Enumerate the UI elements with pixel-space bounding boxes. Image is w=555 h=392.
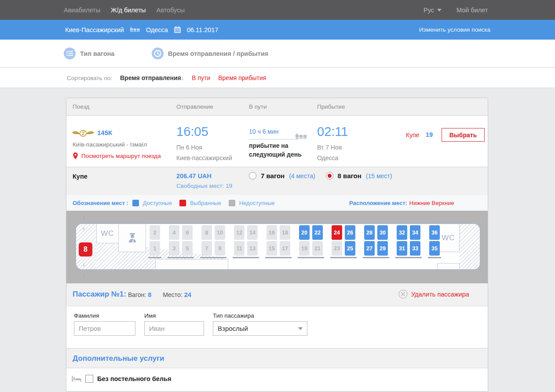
map-pin-icon: [73, 152, 78, 160]
seat-19: 19: [299, 241, 310, 256]
next-day-note: прибытие на следующий день: [249, 141, 302, 159]
berth-line: [330, 257, 343, 258]
berth-line: [343, 257, 357, 258]
berth-line: [233, 257, 246, 258]
seat-column-13: 2625: [345, 225, 355, 258]
no-bedding-label[interactable]: Без постельного белья: [97, 375, 171, 382]
trip-duration: 10 ч 6 мин: [249, 128, 298, 139]
last-name-label: Фамилия: [74, 312, 99, 319]
seat-7: 7: [201, 241, 212, 256]
sort-by-duration[interactable]: В пути: [192, 74, 210, 81]
berth-line: [298, 257, 311, 258]
seat-column-14: 2827: [364, 225, 375, 258]
my-ticket-link[interactable]: Мой билет: [456, 0, 488, 20]
passenger-form: Фамилия Имя Тип пассажира Взрослый: [66, 306, 488, 348]
language-selector[interactable]: Рус: [424, 0, 442, 20]
sort-by-arrival[interactable]: Время прибытия: [218, 74, 266, 81]
seat-20[interactable]: 20: [299, 225, 310, 240]
seat-column-12: 2423: [332, 225, 342, 258]
seat-32[interactable]: 32: [397, 225, 407, 240]
seat-35[interactable]: 35: [429, 241, 440, 256]
list-icon: [64, 48, 76, 59]
passenger-header: Пассажир №1: Вагон: 8 Место: 24 Удалить …: [66, 283, 488, 306]
seat-column-18: 3635: [429, 225, 440, 258]
seat-column-9: 1817: [280, 225, 290, 258]
arrival-date: Вт 7 Ноя: [317, 144, 342, 151]
seat-3: 3: [169, 241, 179, 256]
seat-27[interactable]: 27: [364, 241, 375, 256]
filter-wagon-type-label: Тип вагона: [80, 50, 114, 57]
seat-column-2: 43: [169, 225, 179, 258]
train-silhouette-icon: [295, 133, 307, 141]
wagon-7-label[interactable]: 7 вагон: [261, 172, 285, 180]
conductor-icon: [128, 233, 137, 243]
passenger-seat-value: 24: [184, 291, 191, 298]
wagon-choice: 7 вагон (4 места) 8 вагон (15 мест): [249, 172, 398, 180]
inside-arrow-up-icon: ↑: [82, 226, 85, 233]
seat-15: 15: [267, 241, 277, 256]
wagon-8-radio[interactable]: [326, 172, 333, 180]
sort-direction-arrow-icon: ↓: [181, 75, 184, 81]
seat-22[interactable]: 22: [312, 225, 323, 240]
train-row: 145К Київ-пасажирський - Ізмаїл Посмотре…: [66, 116, 488, 167]
bed-icon: [72, 375, 81, 382]
passenger-type-value: Взрослый: [218, 325, 248, 332]
filter-wagon-type[interactable]: Тип вагона: [64, 40, 114, 67]
next-day-note-line2: следующий день: [249, 151, 302, 158]
delete-passenger-link[interactable]: Удалить пассажира: [398, 289, 469, 299]
seat-26[interactable]: 26: [345, 225, 355, 240]
placement-options[interactable]: Нижние Верхние: [409, 200, 454, 206]
view-route-link[interactable]: Посмотреть маршрут поезда: [73, 152, 161, 160]
nav-bus[interactable]: Автобусы: [156, 7, 184, 14]
from-station: Киев-Пассажирский: [65, 26, 124, 33]
seat-31[interactable]: 31: [397, 241, 407, 256]
service-box-bottom-right: [437, 263, 460, 270]
main-nav: Авиабилеты Ж/д билеты Автобусы: [64, 0, 185, 20]
berth-line: [311, 257, 324, 258]
edit-search-link[interactable]: Изменить условия поиска: [419, 20, 490, 40]
passenger-title: Пассажир №1:: [73, 290, 126, 299]
seat-28[interactable]: 28: [364, 225, 375, 240]
seat-23: 23: [332, 241, 342, 256]
wagon-class-label[interactable]: Купе: [406, 132, 420, 139]
wagon-number-badge: 8: [79, 242, 92, 256]
no-bedding-checkbox[interactable]: [85, 375, 93, 383]
conductor-compartment: [118, 223, 146, 252]
seat-25[interactable]: 25: [345, 241, 355, 256]
seat-36[interactable]: 36: [429, 225, 440, 240]
inside-arrow-down-icon: ↓: [82, 260, 85, 267]
seat-29[interactable]: 29: [377, 241, 388, 256]
service-box-bottom: [155, 259, 228, 270]
wc-left-label: WC: [101, 229, 114, 238]
wagon-8-seats: (15 мест): [366, 172, 392, 180]
seat-24[interactable]: 24: [332, 225, 342, 240]
wagon-8-label[interactable]: 8 вагон: [338, 172, 361, 180]
first-name-field[interactable]: [144, 321, 204, 336]
passenger-type-select[interactable]: Взрослый: [213, 321, 307, 336]
nav-avia[interactable]: Авиабилеты: [64, 7, 100, 14]
seat-column-15: 3029: [377, 225, 388, 258]
filter-time[interactable]: Время отправления / прибытия: [152, 40, 268, 67]
seat-30[interactable]: 30: [377, 225, 388, 240]
seat-34[interactable]: 34: [410, 225, 420, 240]
nav-rail[interactable]: Ж/д билеты: [111, 7, 146, 14]
fare-price: 206.47 UAH: [176, 172, 212, 180]
sort-by-departure[interactable]: Время отправления↓: [120, 74, 184, 81]
legend-selected-label: Выбранные: [190, 200, 221, 206]
wagon-7-radio[interactable]: [249, 172, 256, 180]
select-button[interactable]: Выбрать: [442, 128, 485, 142]
no-bedding-option: Без постельного белья: [72, 375, 171, 383]
seat-8: 8: [201, 225, 212, 240]
calendar-icon: [174, 26, 181, 33]
seat-column-10: 2019: [299, 225, 310, 258]
seat-column-6: 1211: [234, 225, 245, 258]
berth-line: [181, 257, 194, 258]
last-name-field[interactable]: [74, 321, 135, 336]
first-name-label: Имя: [144, 312, 156, 319]
delete-circle-icon: [398, 289, 408, 299]
delete-passenger-label: Удалить пассажира: [411, 291, 469, 298]
seat-33[interactable]: 33: [410, 241, 420, 256]
arrival-station: Одесса: [317, 154, 338, 161]
seat-column-5: 109: [215, 225, 225, 258]
view-route-label: Посмотреть маршрут поезда: [81, 153, 161, 159]
